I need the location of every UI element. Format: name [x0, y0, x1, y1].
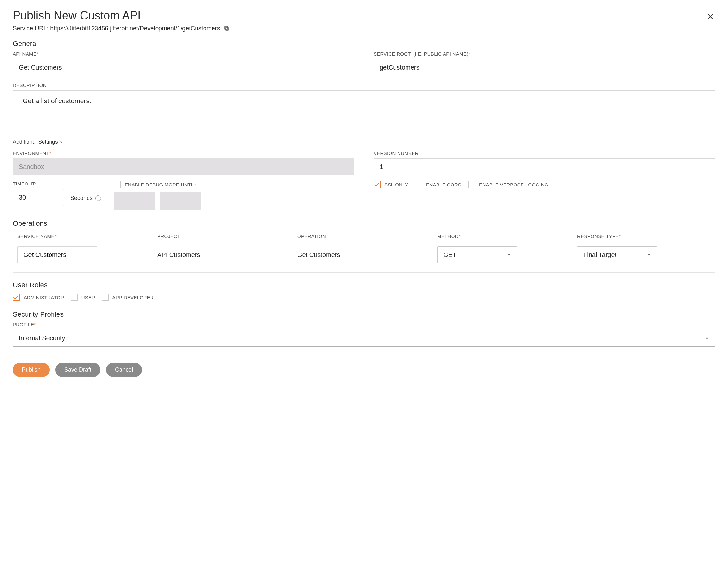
debug-checkbox[interactable]: [114, 181, 121, 188]
cors-label: ENABLE CORS: [426, 182, 461, 187]
col-service-name: SERVICE NAME*: [17, 233, 151, 239]
additional-settings-label: Additional Settings: [13, 139, 58, 145]
appdev-label: APP DEVELOPER: [112, 295, 154, 300]
operations-heading: Operations: [13, 219, 715, 228]
verbose-label: ENABLE VERBOSE LOGGING: [479, 182, 548, 187]
cors-checkbox[interactable]: [415, 181, 422, 188]
op-service-name-input[interactable]: [17, 246, 97, 264]
col-project: PROJECT: [157, 233, 291, 239]
user-roles-heading: User Roles: [13, 281, 715, 289]
ssl-label: SSL ONLY: [385, 182, 408, 187]
service-url-value: https://Jitterbit123456.jitterbit.net/De…: [50, 25, 220, 32]
col-operation: OPERATION: [297, 233, 431, 239]
table-row: API Customers Get Customers GET Final Ta…: [13, 246, 715, 264]
copy-icon[interactable]: [224, 26, 230, 31]
security-heading: Security Profiles: [13, 310, 715, 318]
profile-value: Internal Security: [19, 335, 65, 342]
environment-label: ENVIRONMENT*: [13, 150, 355, 156]
publish-button[interactable]: Publish: [13, 363, 50, 377]
op-method-value: GET: [443, 251, 457, 258]
svg-rect-0: [226, 27, 229, 30]
svg-rect-1: [225, 27, 228, 29]
profile-label: PROFILE*: [13, 322, 715, 327]
col-response-type: RESPONSE TYPE*: [577, 233, 711, 239]
chevron-down-icon: [705, 335, 709, 342]
user-label: USER: [81, 295, 95, 300]
seconds-label: Seconds: [70, 195, 93, 201]
profile-select[interactable]: Internal Security: [13, 330, 715, 347]
version-input[interactable]: [373, 158, 715, 175]
page-title: Publish New Custom API: [13, 9, 230, 22]
col-method: METHOD*: [437, 233, 571, 239]
description-input[interactable]: Get a list of customers.: [13, 90, 715, 132]
environment-input: [13, 158, 355, 175]
op-project-value: API Customers: [157, 251, 291, 258]
debug-date-2[interactable]: [160, 192, 201, 210]
debug-date-1[interactable]: [114, 192, 155, 210]
timeout-label: TIMEOUT*: [13, 181, 101, 187]
save-draft-button[interactable]: Save Draft: [55, 363, 100, 377]
service-url: Service URL: https://Jitterbit123456.jit…: [13, 25, 220, 32]
chevron-down-icon: [60, 140, 63, 145]
chevron-down-icon: [507, 252, 511, 258]
op-response-type-select[interactable]: Final Target: [577, 246, 657, 264]
description-label: DESCRIPTION: [13, 82, 715, 88]
info-icon[interactable]: i: [95, 195, 101, 201]
cancel-button[interactable]: Cancel: [106, 363, 142, 377]
service-root-label: SERVICE ROOT: (I.E. PUBLIC API NAME)*: [373, 51, 715, 56]
chevron-down-icon: [647, 252, 651, 258]
close-icon[interactable]: [706, 11, 715, 23]
verbose-checkbox[interactable]: [468, 181, 475, 188]
admin-checkbox[interactable]: [13, 294, 20, 301]
admin-label: ADMINISTRATOR: [24, 295, 64, 300]
timeout-input[interactable]: [13, 189, 64, 206]
op-method-select[interactable]: GET: [437, 246, 517, 264]
version-label: VERSION NUMBER: [373, 150, 715, 156]
general-heading: General: [13, 39, 715, 48]
op-response-type-value: Final Target: [583, 251, 617, 258]
additional-settings-toggle[interactable]: Additional Settings: [13, 139, 715, 145]
service-url-label: Service URL:: [13, 25, 50, 32]
api-name-input[interactable]: [13, 59, 355, 76]
service-root-input[interactable]: [373, 59, 715, 76]
debug-label: ENABLE DEBUG MODE UNTIL:: [125, 182, 197, 187]
op-operation-value: Get Customers: [297, 251, 431, 258]
appdev-checkbox[interactable]: [102, 294, 109, 301]
ssl-checkbox[interactable]: [373, 181, 381, 188]
api-name-label: API NAME*: [13, 51, 355, 56]
user-checkbox[interactable]: [71, 294, 78, 301]
